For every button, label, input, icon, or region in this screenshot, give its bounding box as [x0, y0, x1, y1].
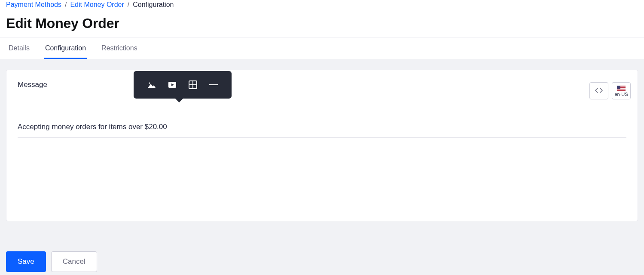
svg-point-0 [149, 82, 150, 83]
tab-configuration[interactable]: Configuration [44, 38, 87, 59]
save-button[interactable]: Save [6, 251, 46, 272]
breadcrumb-link-payment-methods[interactable]: Payment Methods [6, 1, 61, 9]
video-icon[interactable] [167, 80, 177, 90]
message-field-label: Message [18, 80, 626, 89]
page-title: Edit Money Order [6, 15, 638, 31]
message-editor[interactable]: Accepting money orders for items over $2… [18, 123, 626, 138]
svg-rect-5 [209, 84, 218, 85]
tabbar: Details Configuration Restrictions [0, 37, 644, 59]
image-icon[interactable] [147, 80, 157, 90]
tab-restrictions[interactable]: Restrictions [101, 38, 138, 59]
tab-details[interactable]: Details [8, 38, 31, 59]
breadcrumb-separator: / [65, 1, 67, 9]
us-flag-icon [617, 86, 626, 91]
code-icon [595, 88, 603, 94]
locale-label: en-US [614, 92, 628, 97]
table-icon[interactable] [188, 80, 198, 90]
cancel-button[interactable]: Cancel [51, 251, 97, 272]
footer-actions: Save Cancel [0, 249, 644, 275]
breadcrumb-separator: / [128, 1, 129, 9]
locale-button[interactable]: en-US [612, 82, 631, 99]
config-card: Message [6, 70, 638, 221]
breadcrumb-link-edit-money-order[interactable]: Edit Money Order [70, 1, 124, 9]
rte-insert-popup [134, 71, 232, 99]
source-code-button[interactable] [589, 82, 608, 99]
breadcrumb: Payment Methods / Edit Money Order / Con… [0, 0, 644, 9]
hr-icon[interactable] [208, 80, 219, 90]
breadcrumb-current: Configuration [133, 1, 174, 9]
